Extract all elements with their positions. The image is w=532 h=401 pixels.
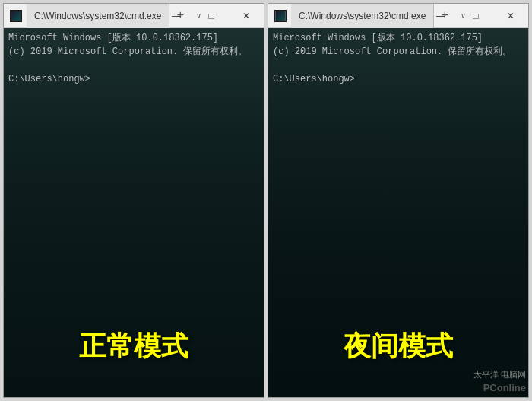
mode-label-left: 正常模式: [4, 326, 264, 367]
window-controls-right: — □ ✕: [423, 4, 528, 28]
minimize-btn-left[interactable]: —: [159, 4, 194, 28]
cmd-prompt-left: C:\Users\hongw>: [8, 72, 259, 86]
cmd-content-right: Microsoft Windows [版本 10.0.18362.175] (c…: [268, 28, 528, 397]
tab-text-right: C:\Windows\system32\cmd.exe: [299, 11, 426, 21]
close-btn-left[interactable]: ✕: [229, 4, 264, 28]
cmd-line1-right: Microsoft Windows [版本 10.0.18362.175]: [273, 31, 524, 45]
cmd-line3-right: [273, 59, 524, 72]
cmd-icon-left: [10, 10, 22, 22]
cmd-line1-left: Microsoft Windows [版本 10.0.18362.175]: [8, 31, 259, 45]
cmd-prompt-right: C:\Users\hongw>: [273, 72, 524, 86]
cmd-line2-right: (c) 2019 Microsoft Corporation. 保留所有权利。: [273, 45, 524, 59]
maximize-btn-left[interactable]: □: [194, 4, 229, 28]
cmd-line3-left: [8, 59, 259, 72]
title-bar-right: C:\Windows\system32\cmd.exe + ∨ — □ ✕: [268, 4, 528, 28]
close-btn-right[interactable]: ✕: [493, 4, 528, 28]
main-container: C:\Windows\system32\cmd.exe + ∨ — □ ✕ Mi…: [0, 0, 532, 401]
title-bar-left: C:\Windows\system32\cmd.exe + ∨ — □ ✕: [4, 4, 264, 28]
cmd-icon-right: [274, 10, 287, 22]
tab-right[interactable]: C:\Windows\system32\cmd.exe: [291, 4, 434, 28]
watermark-line2: PConline: [473, 381, 526, 395]
tab-text-left: C:\Windows\system32\cmd.exe: [34, 11, 161, 21]
cmd-window-right: C:\Windows\system32\cmd.exe + ∨ — □ ✕ Mi…: [268, 3, 529, 398]
minimize-btn-right[interactable]: —: [423, 4, 458, 28]
watermark: 太平洋 电脑网 PConline: [473, 369, 526, 395]
cmd-content-left: Microsoft Windows [版本 10.0.18362.175] (c…: [4, 28, 264, 397]
window-controls-left: — □ ✕: [159, 4, 264, 28]
tab-left[interactable]: C:\Windows\system32\cmd.exe: [27, 4, 169, 28]
maximize-btn-right[interactable]: □: [458, 4, 493, 28]
cmd-line2-left: (c) 2019 Microsoft Corporation. 保留所有权利。: [8, 45, 259, 59]
watermark-line1: 太平洋 电脑网: [473, 369, 526, 380]
mode-label-right: 夜间模式: [268, 326, 528, 367]
cmd-window-left: C:\Windows\system32\cmd.exe + ∨ — □ ✕ Mi…: [3, 3, 264, 398]
